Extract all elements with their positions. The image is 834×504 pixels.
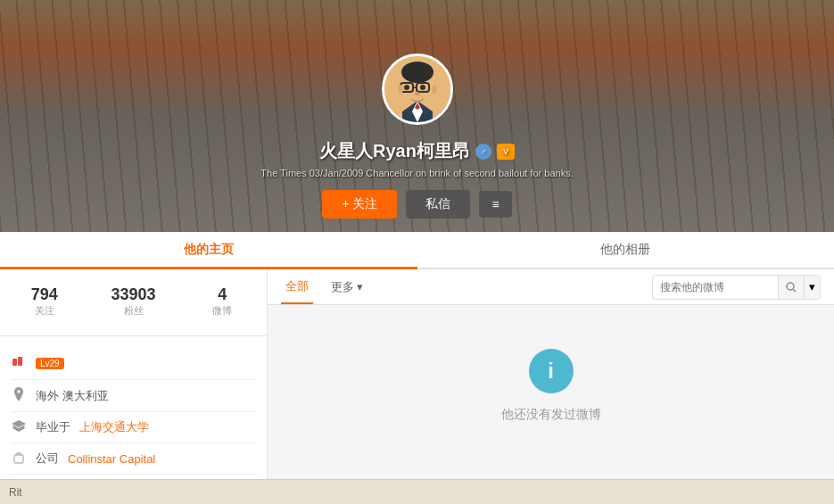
follow-button[interactable]: + 关注	[322, 190, 397, 219]
feed-tab-more[interactable]: 更多 ▾	[331, 279, 363, 295]
fans-count: 33903	[89, 285, 178, 304]
cover-area: 火星人Ryan柯里昂 ♂ V The Times 03/Jan/2009 Cha…	[0, 0, 834, 232]
message-button[interactable]: 私信	[406, 190, 470, 219]
detail-level: Lv29	[11, 348, 256, 380]
svg-rect-11	[12, 359, 17, 366]
tabs-bar: 他的主页 他的相册	[0, 232, 834, 269]
tab-home[interactable]: 他的主页	[0, 232, 417, 269]
company-icon	[11, 451, 27, 467]
tab-album-label: 他的相册	[600, 242, 650, 258]
education-icon	[11, 420, 27, 435]
tab-album[interactable]: 他的相册	[417, 232, 835, 269]
fans-label: 粉丝	[89, 304, 178, 318]
search-dropdown-button[interactable]: ▾	[804, 276, 820, 299]
profile-name: 火星人Ryan柯里昂 ♂ V	[0, 139, 834, 163]
feed-tab-all[interactable]: 全部	[281, 269, 313, 304]
chevron-down-icon: ▾	[357, 280, 363, 293]
main-content: 794 关注 33903 粉丝 4 微博 Lv29	[0, 269, 834, 504]
svg-point-6	[420, 85, 425, 90]
company-prefix: 公司	[36, 450, 59, 467]
svg-point-8	[415, 92, 420, 95]
profile-name-text: 火星人Ryan柯里昂	[319, 139, 470, 163]
location-text: 海外 澳大利亚	[36, 388, 109, 404]
stat-weibo[interactable]: 4 微博	[178, 278, 267, 325]
avatar-image	[384, 56, 450, 122]
chevron-down-icon: ▾	[809, 280, 815, 293]
search-button[interactable]	[778, 276, 804, 299]
tab-home-label: 他的主页	[184, 242, 234, 258]
follow-label: 关注	[0, 304, 89, 318]
svg-point-1	[401, 62, 434, 83]
search-input[interactable]	[653, 281, 778, 293]
sidebar: 794 关注 33903 粉丝 4 微博 Lv29	[0, 269, 268, 504]
gender-badge: ♂	[475, 144, 491, 160]
location-icon	[11, 387, 27, 404]
bottom-bar: Rit	[0, 479, 834, 504]
feed-tab-all-label: 全部	[285, 278, 309, 294]
company-link[interactable]: Collinstar Capital	[68, 452, 155, 466]
empty-feed: i 他还没有发过微博	[268, 305, 834, 466]
search-box: ▾	[652, 275, 821, 300]
svg-point-10	[432, 85, 437, 94]
svg-point-9	[398, 85, 403, 94]
detail-education: 毕业于 上海交通大学	[11, 412, 256, 443]
profile-bio: The Times 03/Jan/2009 Chancellor on brin…	[0, 168, 834, 178]
level-icon	[11, 355, 27, 372]
level-badge: Lv29	[36, 358, 64, 369]
vip-badge: V	[497, 144, 515, 160]
weibo-count: 4	[178, 285, 267, 304]
svg-line-15	[794, 289, 797, 292]
feed-tab-more-label: 更多	[331, 279, 354, 295]
education-prefix: 毕业于	[36, 419, 70, 435]
follow-count: 794	[0, 285, 89, 304]
stat-fans[interactable]: 33903 粉丝	[89, 278, 178, 325]
avatar	[382, 54, 453, 125]
stats-bar: 794 关注 33903 粉丝 4 微博	[0, 278, 267, 336]
svg-rect-12	[18, 357, 22, 366]
more-button[interactable]: ≡	[479, 191, 511, 218]
feed-area: 全部 更多 ▾ ▾ i 他还没有发过微博	[268, 269, 834, 504]
info-circle-icon: i	[529, 349, 574, 393]
action-buttons: + 关注 私信 ≡	[0, 190, 834, 219]
weibo-label: 微博	[178, 304, 267, 318]
feed-toolbar: 全部 更多 ▾ ▾	[268, 269, 834, 305]
svg-point-5	[404, 85, 409, 90]
bottom-label: Rit	[9, 486, 22, 499]
search-icon	[786, 282, 797, 293]
profile-info: 火星人Ryan柯里昂 ♂ V The Times 03/Jan/2009 Cha…	[0, 139, 834, 178]
svg-point-14	[787, 283, 794, 290]
svg-rect-13	[14, 455, 23, 463]
education-link[interactable]: 上海交通大学	[79, 419, 149, 435]
stat-follow[interactable]: 794 关注	[0, 278, 89, 325]
detail-location: 海外 澳大利亚	[11, 380, 256, 412]
empty-feed-message: 他还没有发过微博	[501, 407, 601, 423]
detail-company: 公司 Collinstar Capital	[11, 443, 256, 475]
